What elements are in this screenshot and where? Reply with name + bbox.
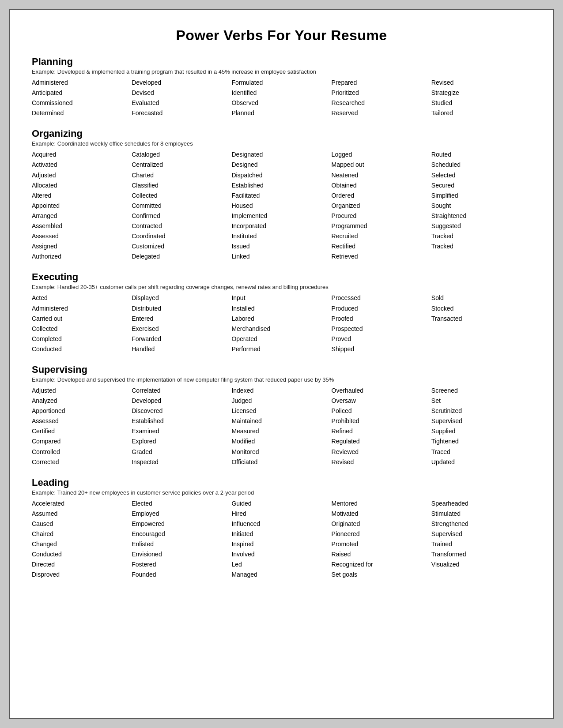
section-example-leading: Example: Trained 20+ new employees in cu… xyxy=(32,489,531,496)
verb-cell: Scheduled xyxy=(431,160,531,170)
verb-cell: Regulated xyxy=(332,436,431,447)
verb-cell: Customized xyxy=(132,241,231,251)
verb-cell: Appointed xyxy=(32,201,132,211)
verb-cell: Organized xyxy=(332,201,431,211)
verb-cell: Altered xyxy=(32,191,132,201)
verb-cell: Allocated xyxy=(32,180,132,191)
section-leading: LeadingExample: Trained 20+ new employee… xyxy=(32,477,531,580)
verb-cell: Incorporated xyxy=(231,221,331,231)
verb-cell: Involved xyxy=(231,549,331,559)
verb-cell: Pioneered xyxy=(332,529,431,539)
section-title-organizing: Organizing xyxy=(32,128,531,139)
verb-cell: Acquired xyxy=(32,150,132,160)
verb-cell: Implemented xyxy=(231,211,331,221)
verb-cell: Assigned xyxy=(32,241,132,251)
verb-cell: Modified xyxy=(231,436,331,447)
verb-cell: Confirmed xyxy=(132,211,231,221)
verbs-grid-organizing: AcquiredCatalogedDesignatedLoggedRoutedA… xyxy=(32,150,531,262)
verb-cell: Established xyxy=(132,416,231,426)
verb-cell: Empowered xyxy=(132,519,231,529)
verb-cell: Obtained xyxy=(332,180,431,191)
section-title-leading: Leading xyxy=(32,477,531,488)
verb-cell: Assessed xyxy=(32,416,132,426)
verb-cell: Mapped out xyxy=(332,160,431,170)
verb-cell: Installed xyxy=(231,304,331,314)
verb-cell: Revised xyxy=(332,457,431,467)
verb-cell: Administered xyxy=(32,304,132,314)
verb-cell: Researched xyxy=(332,98,431,108)
verb-cell: Spearheaded xyxy=(431,499,531,509)
verb-cell: Ordered xyxy=(332,191,431,201)
verb-cell: Determined xyxy=(32,108,132,118)
page-title: Power Verbs For Your Resume xyxy=(32,27,531,44)
verb-cell: Strategize xyxy=(431,88,531,98)
verbs-grid-planning: AdministeredDevelopedFormulatedPreparedR… xyxy=(32,78,531,118)
verb-cell: Compared xyxy=(32,436,132,447)
section-example-supervising: Example: Developed and supervised the im… xyxy=(32,376,531,383)
verb-cell: Prospected xyxy=(332,324,431,334)
verb-cell: Motivated xyxy=(332,509,431,519)
verb-cell: Indexed xyxy=(231,386,331,396)
verb-cell: Sold xyxy=(431,293,531,303)
verb-cell: Stocked xyxy=(431,304,531,314)
verb-cell: Raised xyxy=(332,549,431,559)
verb-cell: Oversaw xyxy=(332,396,431,406)
section-planning: PlanningExample: Developed & implemented… xyxy=(32,56,531,118)
verb-cell: Coordinated xyxy=(132,231,231,241)
verb-cell: Examined xyxy=(132,426,231,436)
verb-cell: Routed xyxy=(431,150,531,160)
verb-cell xyxy=(431,334,531,344)
section-title-planning: Planning xyxy=(32,56,531,68)
verb-cell: Developed xyxy=(132,396,231,406)
verb-cell: Collected xyxy=(32,324,132,334)
verb-cell: Measured xyxy=(231,426,331,436)
verb-cell: Reserved xyxy=(332,108,431,118)
verb-cell: Cataloged xyxy=(132,150,231,160)
verb-cell: Tracked xyxy=(431,231,531,241)
verb-cell: Disproved xyxy=(32,570,132,580)
verb-cell: Acted xyxy=(32,293,132,303)
verb-cell: Licensed xyxy=(231,406,331,416)
verb-cell: Supervised xyxy=(431,529,531,539)
verb-cell xyxy=(431,251,531,262)
verb-cell: Influenced xyxy=(231,519,331,529)
verb-cell: Supervised xyxy=(431,416,531,426)
verb-cell: Founded xyxy=(132,570,231,580)
verb-cell: Facilitated xyxy=(231,191,331,201)
verb-cell: Procured xyxy=(332,211,431,221)
verb-cell: Planned xyxy=(231,108,331,118)
verb-cell: Prioritized xyxy=(332,88,431,98)
verb-cell: Entered xyxy=(132,314,231,324)
verb-cell: Overhauled xyxy=(332,386,431,396)
verb-cell: Formulated xyxy=(231,78,331,88)
verb-cell: Exercised xyxy=(132,324,231,334)
verb-cell: Correlated xyxy=(132,386,231,396)
verb-cell: Assessed xyxy=(32,231,132,241)
verb-cell: Tightened xyxy=(431,436,531,447)
verb-cell: Recognized for xyxy=(332,559,431,570)
verb-cell: Performed xyxy=(231,344,331,354)
verb-cell: Established xyxy=(231,180,331,191)
verb-cell: Authorized xyxy=(32,251,132,262)
verb-cell: Judged xyxy=(231,396,331,406)
verb-cell: Simplified xyxy=(431,191,531,201)
verb-cell: Designated xyxy=(231,150,331,160)
verb-cell: Promoted xyxy=(332,539,431,549)
verb-cell: Charted xyxy=(132,170,231,180)
verb-cell: Conducted xyxy=(32,549,132,559)
verb-cell: Inspected xyxy=(132,457,231,467)
verb-cell: Envisioned xyxy=(132,549,231,559)
verb-cell: Instituted xyxy=(231,231,331,241)
section-supervising: SupervisingExample: Developed and superv… xyxy=(32,364,531,467)
verb-cell: Proofed xyxy=(332,314,431,324)
verb-cell: Enlisted xyxy=(132,539,231,549)
verb-cell: Straightened xyxy=(431,211,531,221)
verb-cell: Set goals xyxy=(332,570,431,580)
verb-cell: Sought xyxy=(431,201,531,211)
verb-cell: Labored xyxy=(231,314,331,324)
verb-cell: Recruited xyxy=(332,231,431,241)
verb-cell: Arranged xyxy=(32,211,132,221)
verb-cell: Set xyxy=(431,396,531,406)
verb-cell: Refined xyxy=(332,426,431,436)
verb-cell: Retrieved xyxy=(332,251,431,262)
